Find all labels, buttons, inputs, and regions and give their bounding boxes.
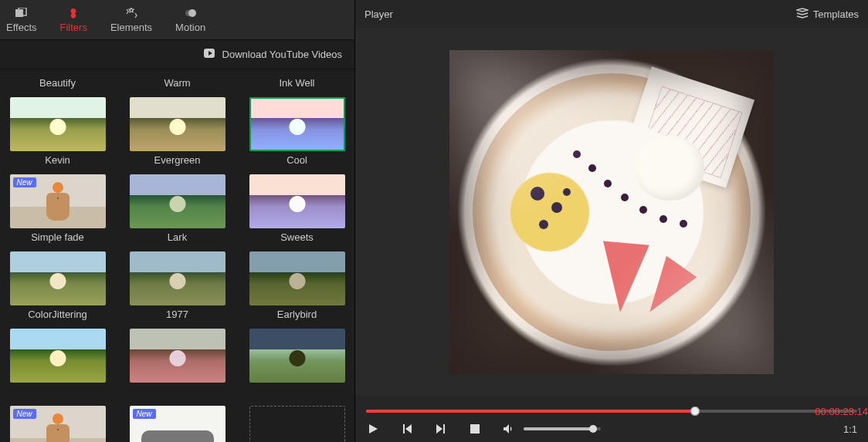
filter-thumbnail[interactable]: New <box>10 174 106 228</box>
filter-item[interactable]: KevinNew <box>5 154 110 228</box>
filter-label: Ink Well <box>280 77 315 91</box>
filter-item[interactable]: 1977 <box>124 309 230 383</box>
filter-thumbnail[interactable] <box>130 97 225 151</box>
filter-label: Sweets <box>280 231 314 245</box>
filter-item[interactable]: Evergreen <box>124 154 230 228</box>
tab-filters-label: Filters <box>60 22 87 33</box>
tab-motion-label: Motion <box>175 22 205 33</box>
filter-item[interactable]: Beautify <box>5 77 110 151</box>
filter-label: ColorJittering <box>28 309 87 322</box>
filter-label: Beautify <box>39 77 76 91</box>
filter-thumbnail[interactable] <box>10 329 106 383</box>
filter-item[interactable]: Cool <box>244 154 350 228</box>
player-controls: 1:1 <box>355 416 868 442</box>
filter-label: 1977 <box>166 309 188 322</box>
player-header: Player Templates <box>355 0 868 28</box>
prev-frame-button[interactable] <box>400 422 414 436</box>
timeline-track[interactable] <box>366 410 857 413</box>
filters-grid: BeautifyWarmInk WellKevinNewEvergreenCoo… <box>5 77 350 442</box>
filter-item[interactable]: New <box>124 386 230 442</box>
tab-filters[interactable]: Filters <box>54 0 104 39</box>
download-label: Download YouTube Videos <box>222 49 342 60</box>
new-badge: New <box>13 409 36 419</box>
filter-item[interactable]: New <box>5 386 110 442</box>
filter-thumbnail[interactable] <box>249 406 345 442</box>
next-frame-button[interactable] <box>434 422 448 436</box>
tab-elements-label: Elements <box>110 22 152 33</box>
filter-thumbnail[interactable] <box>130 329 225 383</box>
filter-thumbnail[interactable] <box>249 251 345 305</box>
library-tabs: Effects Filters Elements Motion <box>0 0 354 40</box>
filter-item[interactable] <box>244 386 350 442</box>
timeline-playhead[interactable] <box>690 407 700 416</box>
player-viewport <box>355 28 868 396</box>
new-badge: New <box>133 409 156 419</box>
player-title: Player <box>364 8 393 20</box>
effects-icon <box>15 6 28 20</box>
volume-knob[interactable] <box>589 425 597 433</box>
timeline[interactable]: 00:00:23.14 <box>355 396 868 416</box>
stop-button[interactable] <box>468 422 482 436</box>
library-panel: Effects Filters Elements Motion <box>0 0 355 442</box>
filter-item[interactable]: Lark <box>124 231 230 305</box>
filter-item[interactable]: Earlybird <box>244 309 350 383</box>
preview-image <box>449 50 774 374</box>
svg-point-3 <box>185 10 192 16</box>
tab-elements[interactable]: Elements <box>104 0 169 39</box>
volume-slider[interactable] <box>524 427 601 430</box>
filter-item[interactable]: Warm <box>124 77 230 151</box>
player-panel: Player Templates <box>355 0 868 442</box>
filter-label: Earlybird <box>277 309 317 322</box>
filter-item[interactable]: Sweets <box>244 231 350 305</box>
play-button[interactable] <box>366 422 380 436</box>
filter-thumbnail[interactable]: New <box>130 406 225 442</box>
filter-thumbnail[interactable] <box>249 174 345 228</box>
filter-thumbnail[interactable] <box>130 251 225 305</box>
filter-thumbnail[interactable] <box>10 251 106 305</box>
tab-effects-label: Effects <box>6 22 37 33</box>
motion-icon <box>185 6 197 20</box>
volume-fill <box>524 427 593 430</box>
filter-label: Lark <box>168 231 187 245</box>
templates-label: Templates <box>813 8 859 20</box>
filter-label: Warm <box>164 77 190 91</box>
filter-label: Simple fade <box>31 231 84 245</box>
filter-label: Evergreen <box>154 154 201 168</box>
tab-effects[interactable]: Effects <box>0 0 54 39</box>
filter-thumbnail[interactable]: New <box>10 406 106 442</box>
aspect-ratio-button[interactable]: 1:1 <box>843 423 857 435</box>
filter-thumbnail[interactable] <box>130 174 225 228</box>
filter-thumbnail[interactable] <box>249 97 345 151</box>
filters-icon <box>67 6 80 20</box>
filter-thumbnail[interactable] <box>10 97 106 151</box>
time-readout: 00:00:23.14 <box>815 406 868 417</box>
tab-motion[interactable]: Motion <box>169 0 222 39</box>
filter-label: Cool <box>287 154 307 168</box>
elements-icon <box>124 6 138 20</box>
svg-rect-4 <box>470 424 480 434</box>
download-youtube-videos[interactable]: Download YouTube Videos <box>0 40 354 69</box>
templates-icon <box>796 8 809 21</box>
filter-label: Kevin <box>45 154 70 168</box>
download-icon <box>202 48 216 61</box>
timeline-progress <box>366 410 695 413</box>
filter-item[interactable]: Simple fade <box>5 231 110 305</box>
filter-thumbnail[interactable] <box>249 329 345 383</box>
filter-item[interactable]: ColorJittering <box>5 309 110 383</box>
volume-button[interactable] <box>502 422 516 436</box>
filter-item[interactable]: Ink Well <box>244 77 350 151</box>
filters-scroll[interactable]: BeautifyWarmInk WellKevinNewEvergreenCoo… <box>0 69 354 442</box>
templates-button[interactable]: Templates <box>796 8 859 21</box>
new-badge: New <box>13 177 36 187</box>
